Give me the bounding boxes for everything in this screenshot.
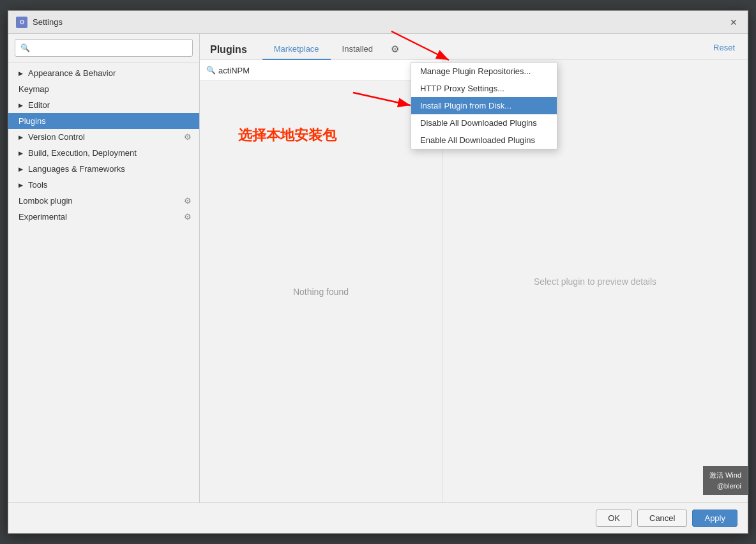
tab-marketplace[interactable]: Marketplace: [262, 40, 331, 60]
sidebar-item-languages[interactable]: ▶ Languages & Frameworks: [8, 161, 199, 177]
arrow-icon: ▶: [19, 150, 23, 156]
search-icon: 🔍: [206, 66, 216, 75]
sidebar-item-label: Tools: [28, 180, 47, 190]
nothing-found-message: Nothing found: [200, 81, 442, 502]
ok-button[interactable]: OK: [596, 510, 632, 527]
sidebar-search-input[interactable]: [15, 39, 193, 57]
context-menu: Manage Plugin Repositories... HTTP Proxy…: [411, 62, 557, 149]
app-icon: ⚙: [16, 17, 27, 28]
arrow-icon: ▶: [19, 70, 23, 77]
settings-icon: ⚙: [184, 132, 192, 142]
context-menu-item-http-proxy[interactable]: HTTP Proxy Settings...: [411, 80, 557, 97]
arrow-icon: ▶: [19, 182, 23, 188]
sidebar: ▶ Appearance & Behavior Keymap ▶ Editor …: [8, 34, 200, 502]
arrow-icon: ▶: [19, 102, 23, 109]
dialog-body: ▶ Appearance & Behavior Keymap ▶ Editor …: [8, 34, 748, 502]
title-bar-left: ⚙ Settings: [16, 17, 63, 28]
sidebar-item-label: Languages & Frameworks: [28, 164, 125, 174]
context-menu-item-install-disk[interactable]: Install Plugin from Disk...: [411, 97, 557, 114]
plugin-search-input[interactable]: [218, 66, 425, 75]
windows-watermark: 激活 Wind @bleroi: [703, 466, 748, 495]
sidebar-search-container: [8, 34, 199, 63]
sidebar-item-appearance[interactable]: ▶ Appearance & Behavior: [8, 65, 199, 81]
title-bar: ⚙ Settings ✕: [8, 11, 748, 34]
settings-dialog: ⚙ Settings ✕ ▶ Appearance & Behavior Key…: [8, 10, 748, 534]
settings-icon: ⚙: [184, 196, 192, 206]
sidebar-item-label: Experimental: [19, 212, 67, 222]
context-menu-item-disable-all[interactable]: Disable All Downloaded Plugins: [411, 114, 557, 132]
dialog-footer: OK Cancel Apply: [8, 502, 748, 533]
sidebar-item-tools[interactable]: ▶ Tools: [8, 177, 199, 193]
main-content: Plugins Marketplace Installed ⚙ Reset: [200, 34, 748, 502]
sidebar-item-version-control[interactable]: ▶ Version Control ⚙: [8, 129, 199, 145]
sidebar-item-label: Build, Execution, Deployment: [28, 148, 137, 158]
close-button[interactable]: ✕: [727, 16, 740, 29]
context-menu-item-manage-repos[interactable]: Manage Plugin Repositories...: [411, 63, 557, 80]
context-menu-item-enable-all[interactable]: Enable All Downloaded Plugins: [411, 132, 557, 149]
plugins-title: Plugins: [210, 44, 247, 56]
sidebar-item-experimental[interactable]: Experimental ⚙: [8, 209, 199, 225]
plugins-header: Plugins Marketplace Installed ⚙ Reset: [200, 34, 748, 60]
cancel-button[interactable]: Cancel: [637, 510, 687, 527]
sidebar-item-lombok[interactable]: Lombok plugin ⚙: [8, 193, 199, 209]
gear-button[interactable]: ⚙: [387, 44, 402, 59]
sidebar-item-plugins[interactable]: Plugins: [8, 113, 199, 129]
sidebar-item-label: Keymap: [19, 84, 49, 94]
settings-icon: ⚙: [184, 212, 192, 222]
sidebar-item-label: Lombok plugin: [19, 196, 73, 206]
sidebar-item-build[interactable]: ▶ Build, Execution, Deployment: [8, 145, 199, 161]
plugin-search-bar: 🔍 ✕: [200, 60, 442, 81]
sidebar-nav: ▶ Appearance & Behavior Keymap ▶ Editor …: [8, 63, 199, 502]
reset-button[interactable]: Reset: [713, 43, 737, 57]
tabs-container: Marketplace Installed ⚙: [262, 40, 402, 59]
sidebar-item-label: Version Control: [28, 132, 85, 142]
sidebar-item-label: Appearance & Behavior: [28, 68, 116, 78]
window-title: Settings: [33, 17, 63, 27]
tab-installed[interactable]: Installed: [331, 40, 384, 60]
plugins-list-panel: 🔍 ✕ Nothing found: [200, 60, 442, 502]
apply-button[interactable]: Apply: [692, 510, 737, 527]
sidebar-item-label: Editor: [28, 100, 50, 110]
sidebar-item-label: Plugins: [19, 116, 46, 126]
arrow-icon: ▶: [19, 134, 23, 140]
arrow-icon: ▶: [19, 166, 23, 172]
sidebar-item-keymap[interactable]: Keymap: [8, 81, 199, 97]
sidebar-item-editor[interactable]: ▶ Editor: [8, 97, 199, 113]
